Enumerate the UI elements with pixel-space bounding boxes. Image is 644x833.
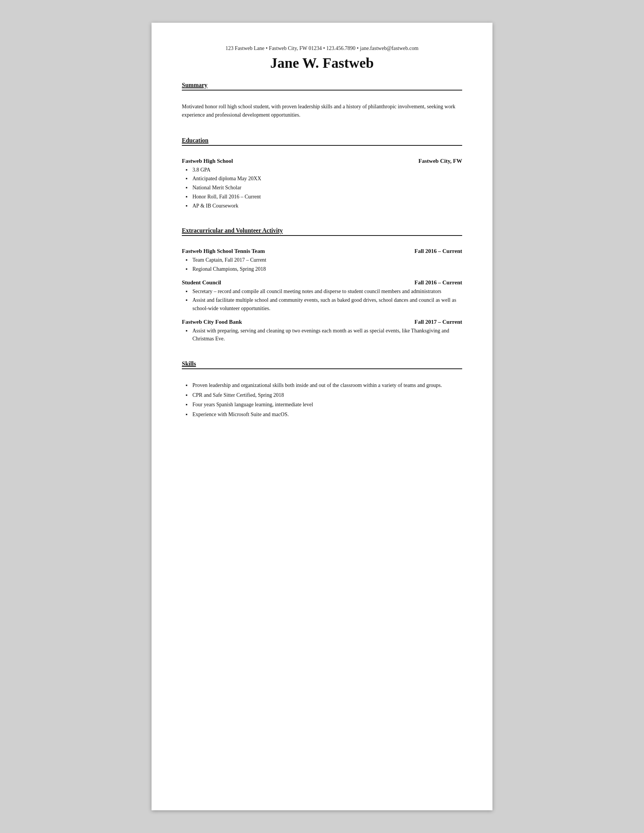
- list-item: CPR and Safe Sitter Certified, Spring 20…: [192, 391, 462, 399]
- tennis-team-header: Fastweb High School Tennis Team Fall 201…: [182, 248, 462, 254]
- tennis-team-date: Fall 2016 – Current: [414, 248, 462, 254]
- list-item: Team Captain, Fall 2017 – Current: [192, 256, 462, 264]
- resume-name: Jane W. Fastweb: [182, 55, 462, 71]
- student-council-date: Fall 2016 – Current: [414, 280, 462, 286]
- extracurricular-section: Extracurricular and Volunteer Activity F…: [182, 227, 462, 343]
- skills-title: Skills: [182, 360, 462, 369]
- student-council-header: Student Council Fall 2016 – Current: [182, 280, 462, 286]
- food-bank-header: Fastweb City Food Bank Fall 2017 – Curre…: [182, 319, 462, 325]
- list-item: Four years Spanish language learning, in…: [192, 400, 462, 409]
- summary-title: Summary: [182, 82, 462, 90]
- list-item: Anticipated diploma May 20XX: [192, 175, 462, 183]
- tennis-team-name: Fastweb High School Tennis Team: [182, 248, 265, 254]
- food-bank-name: Fastweb City Food Bank: [182, 319, 242, 325]
- list-item: AP & IB Coursework: [192, 202, 462, 210]
- list-item: Assist and facilitate multiple school an…: [192, 296, 462, 312]
- student-council-entry: Student Council Fall 2016 – Current Secr…: [182, 280, 462, 313]
- education-entry: Fastweb High School Fastweb City, FW 3.8…: [182, 158, 462, 210]
- skills-section: Skills Proven leadership and organizatio…: [182, 360, 462, 419]
- resume-page: 123 Fastweb Lane • Fastweb City, FW 0123…: [151, 23, 493, 810]
- tennis-team-entry: Fastweb High School Tennis Team Fall 201…: [182, 248, 462, 273]
- list-item: Regional Champions, Spring 2018: [192, 265, 462, 273]
- list-item: National Merit Scholar: [192, 183, 462, 192]
- summary-text: Motivated honor roll high school student…: [182, 103, 462, 120]
- education-title: Education: [182, 137, 462, 146]
- education-section: Education Fastweb High School Fastweb Ci…: [182, 137, 462, 210]
- tennis-team-bullets: Team Captain, Fall 2017 – Current Region…: [182, 256, 462, 273]
- list-item: Experience with Microsoft Suite and macO…: [192, 410, 462, 419]
- student-council-name: Student Council: [182, 280, 221, 286]
- food-bank-entry: Fastweb City Food Bank Fall 2017 – Curre…: [182, 319, 462, 343]
- list-item: Secretary – record and compile all counc…: [192, 287, 462, 296]
- extracurricular-title: Extracurricular and Volunteer Activity: [182, 227, 462, 236]
- skills-bullets: Proven leadership and organizational ski…: [182, 381, 462, 419]
- summary-section: Summary Motivated honor roll high school…: [182, 82, 462, 120]
- contact-line: 123 Fastweb Lane • Fastweb City, FW 0123…: [182, 45, 462, 51]
- list-item: Honor Roll, Fall 2016 – Current: [192, 193, 462, 201]
- school-name: Fastweb High School: [182, 158, 233, 164]
- education-entry-header: Fastweb High School Fastweb City, FW: [182, 158, 462, 164]
- student-council-bullets: Secretary – record and compile all counc…: [182, 287, 462, 313]
- school-location: Fastweb City, FW: [419, 158, 462, 164]
- list-item: 3.8 GPA: [192, 166, 462, 174]
- list-item: Proven leadership and organizational ski…: [192, 381, 462, 390]
- food-bank-date: Fall 2017 – Current: [414, 319, 462, 325]
- list-item: Assist with preparing, serving and clean…: [192, 327, 462, 343]
- education-bullets: 3.8 GPA Anticipated diploma May 20XX Nat…: [182, 166, 462, 210]
- food-bank-bullets: Assist with preparing, serving and clean…: [182, 327, 462, 343]
